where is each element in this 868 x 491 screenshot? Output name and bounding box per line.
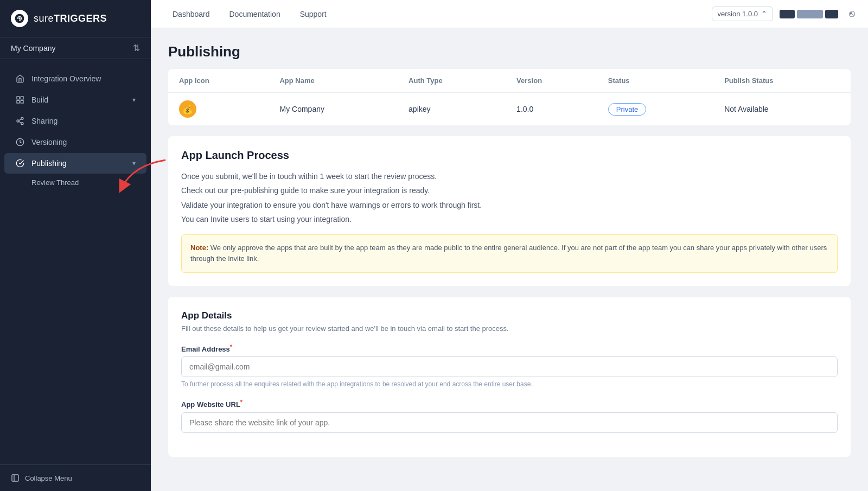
sidebar-item-review-thread[interactable]: Review Thread	[4, 174, 146, 191]
page-title: Publishing	[168, 43, 851, 60]
sidebar-footer: Collapse Menu	[0, 464, 151, 491]
cell-auth-type: apikey	[398, 93, 506, 126]
svg-line-10	[19, 119, 22, 120]
table-row: 💰 My Company apikey 1.0.0 Private Not Av…	[168, 93, 851, 126]
col-app-icon: App Icon	[168, 69, 269, 93]
launch-desc-1: Once you submit, we'll be in touch withi…	[181, 170, 838, 182]
cell-version: 1.0.0	[506, 93, 597, 126]
launch-desc-3: Validate your integration to ensure you …	[181, 199, 838, 211]
collapse-icon	[11, 474, 20, 482]
grid-icon	[15, 95, 25, 105]
sidebar-item-versioning[interactable]: Versioning	[4, 132, 146, 152]
avatar-3	[825, 10, 838, 18]
svg-point-8	[21, 123, 23, 125]
email-label: Email Address*	[181, 343, 838, 353]
app-details-title: App Details	[181, 310, 838, 321]
email-input[interactable]	[181, 356, 838, 377]
website-label: App Website URL*	[181, 399, 838, 409]
note-box: Note: We only approve the apps that are …	[181, 234, 838, 273]
sidebar-item-label: Sharing	[31, 117, 136, 125]
app-icon-circle: 💰	[179, 100, 196, 118]
col-status: Status	[597, 69, 713, 93]
version-chevron-icon: ⌃	[761, 10, 767, 18]
avatar-2	[797, 10, 823, 18]
note-bold: Note:	[190, 244, 208, 252]
clock-icon	[15, 137, 25, 147]
col-auth-type: Auth Type	[398, 69, 506, 93]
sidebar: sureTRIGGERS My Company ⇅ Integration Ov…	[0, 0, 151, 491]
sidebar-item-publishing[interactable]: Publishing ▾	[4, 153, 146, 174]
launch-process-card: App Launch Process Once you submit, we'l…	[168, 136, 851, 286]
col-version: Version	[506, 69, 597, 93]
app-table: App Icon App Name Auth Type Version Stat…	[168, 69, 851, 125]
app-table-card: App Icon App Name Auth Type Version Stat…	[168, 69, 851, 125]
svg-rect-5	[21, 100, 23, 103]
content-area: Publishing App Icon App Name Auth Type V…	[151, 28, 868, 491]
home-icon	[15, 74, 25, 84]
cell-publish-status: Not Available	[713, 93, 851, 126]
svg-point-7	[17, 120, 19, 122]
topnav-support[interactable]: Support	[291, 5, 335, 23]
sidebar-item-integration-overview[interactable]: Integration Overview	[4, 68, 146, 89]
app-details-desc: Fill out these details to help us get yo…	[181, 324, 838, 333]
website-form-group: App Website URL*	[181, 399, 838, 432]
sidebar-nav: Integration Overview Build ▾ Sharing Ver…	[0, 63, 151, 464]
col-app-name: App Name	[269, 69, 398, 93]
topnav-right: version 1.0.0 ⌃ ⎋	[712, 7, 855, 21]
svg-point-1	[18, 17, 20, 19]
company-name: My Company	[11, 44, 55, 53]
topnav-avatars	[780, 10, 838, 18]
cell-status: Private	[597, 93, 713, 126]
svg-rect-4	[17, 100, 20, 103]
status-badge: Private	[608, 103, 646, 116]
launch-desc-2: Check out our pre-publishing guide to ma…	[181, 184, 838, 196]
page-title-section: Publishing	[151, 28, 868, 69]
collapse-menu-button[interactable]: Collapse Menu	[11, 474, 140, 482]
avatar-1	[780, 10, 795, 18]
svg-rect-3	[21, 97, 23, 99]
check-circle-icon	[15, 158, 25, 168]
details-section: App Details Fill out these details to he…	[168, 297, 851, 457]
topnav: Dashboard Documentation Support version …	[151, 0, 868, 28]
logo-text: sureTRIGGERS	[34, 13, 107, 24]
chevron-up-icon: ▾	[132, 160, 136, 167]
logo-icon	[11, 10, 28, 27]
topnav-dashboard[interactable]: Dashboard	[164, 5, 219, 23]
launch-desc-4: You can Invite users to start using your…	[181, 213, 838, 225]
sidebar-item-label: Build	[31, 95, 126, 104]
cell-app-icon: 💰	[168, 93, 269, 126]
logo: sureTRIGGERS	[0, 0, 151, 37]
svg-point-6	[21, 117, 23, 119]
cell-app-name: My Company	[269, 93, 398, 126]
svg-line-9	[19, 122, 22, 123]
sidebar-item-sharing[interactable]: Sharing	[4, 111, 146, 131]
logout-icon[interactable]: ⎋	[849, 8, 855, 20]
version-label: version 1.0.0	[718, 10, 758, 18]
chevron-down-icon: ▾	[132, 96, 136, 104]
note-text: We only approve the apps that are built …	[190, 244, 827, 263]
topnav-links: Dashboard Documentation Support	[164, 5, 712, 23]
svg-rect-12	[12, 475, 18, 481]
sidebar-item-label: Versioning	[31, 138, 136, 146]
launch-title: App Launch Process	[181, 149, 838, 162]
topnav-documentation[interactable]: Documentation	[221, 5, 289, 23]
main-content: Dashboard Documentation Support version …	[151, 0, 868, 491]
company-selector[interactable]: My Company ⇅	[0, 37, 151, 59]
email-form-group: Email Address* To further process all th…	[181, 343, 838, 388]
sort-icon[interactable]: ⇅	[133, 43, 140, 53]
sidebar-item-label: Publishing	[31, 159, 126, 168]
sidebar-item-build[interactable]: Build ▾	[4, 90, 146, 110]
version-selector[interactable]: version 1.0.0 ⌃	[712, 7, 773, 21]
email-helper: To further process all the enquires rela…	[181, 380, 838, 388]
app-details-card: App Details Fill out these details to he…	[168, 297, 851, 457]
svg-rect-2	[17, 97, 20, 99]
website-input[interactable]	[181, 412, 838, 433]
collapse-menu-label: Collapse Menu	[25, 474, 72, 482]
col-publish-status: Publish Status	[713, 69, 851, 93]
sidebar-sub-item-label: Review Thread	[31, 178, 79, 187]
share-icon	[15, 116, 25, 126]
sidebar-item-label: Integration Overview	[31, 74, 136, 83]
launch-section: App Launch Process Once you submit, we'l…	[168, 136, 851, 286]
